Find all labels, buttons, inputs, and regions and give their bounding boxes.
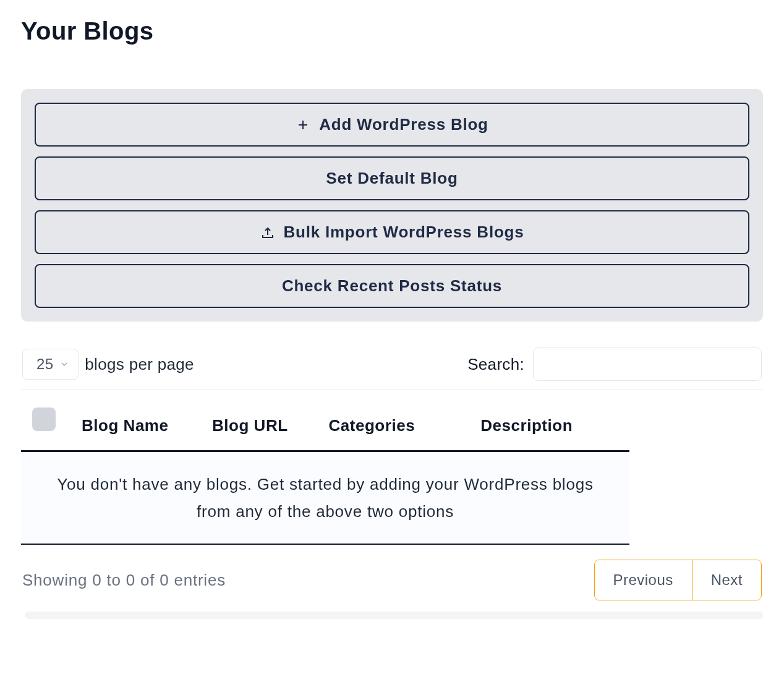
check-status-label: Check Recent Posts Status	[282, 276, 502, 296]
column-description[interactable]: Description	[469, 390, 629, 451]
add-wordpress-blog-button[interactable]: Add WordPress Blog	[35, 103, 749, 147]
column-blog-url[interactable]: Blog URL	[201, 390, 318, 451]
add-button-label: Add WordPress Blog	[319, 115, 488, 134]
plus-icon	[296, 117, 310, 132]
empty-state-row: You don't have any blogs. Get started by…	[21, 451, 629, 545]
per-page-control: 25 blogs per page	[22, 349, 194, 380]
search-input[interactable]	[533, 348, 762, 381]
check-posts-status-button[interactable]: Check Recent Posts Status	[35, 264, 749, 308]
showing-entries-text: Showing 0 to 0 of 0 entries	[22, 571, 226, 590]
bulk-import-button[interactable]: Bulk Import WordPress Blogs	[35, 210, 749, 254]
column-blog-name[interactable]: Blog Name	[70, 390, 201, 451]
upload-icon	[260, 225, 275, 240]
search-control: Search:	[467, 348, 762, 381]
previous-button[interactable]: Previous	[595, 560, 692, 600]
column-categories[interactable]: Categories	[318, 390, 470, 451]
horizontal-scrollbar[interactable]	[25, 612, 763, 619]
column-checkbox	[21, 390, 70, 451]
search-label: Search:	[467, 355, 524, 374]
set-default-blog-button[interactable]: Set Default Blog	[35, 156, 749, 200]
set-default-label: Set Default Blog	[326, 169, 458, 188]
table-body: You don't have any blogs. Get started by…	[21, 451, 629, 545]
bulk-import-label: Bulk Import WordPress Blogs	[284, 223, 524, 242]
empty-message: You don't have any blogs. Get started by…	[21, 451, 629, 545]
table-footer: Showing 0 to 0 of 0 entries Previous Nex…	[21, 545, 763, 607]
action-panel: Add WordPress Blog Set Default Blog Bulk…	[21, 89, 763, 322]
page-title: Your Blogs	[21, 17, 763, 45]
per-page-select[interactable]: 25	[22, 349, 79, 380]
per-page-suffix: blogs per page	[85, 355, 194, 374]
next-button[interactable]: Next	[692, 560, 761, 600]
select-all-checkbox[interactable]	[32, 407, 56, 431]
blogs-table: Blog Name Blog URL Categories Descriptio…	[21, 390, 629, 545]
content-area: Add WordPress Blog Set Default Blog Bulk…	[0, 64, 784, 631]
chevron-down-icon	[59, 359, 69, 369]
page-header: Your Blogs	[0, 0, 784, 64]
per-page-value: 25	[36, 356, 53, 373]
pagination: Previous Next	[594, 560, 762, 600]
blogs-table-wrap: Blog Name Blog URL Categories Descriptio…	[21, 390, 763, 545]
table-controls: 25 blogs per page Search:	[21, 348, 763, 381]
table-head: Blog Name Blog URL Categories Descriptio…	[21, 390, 629, 451]
